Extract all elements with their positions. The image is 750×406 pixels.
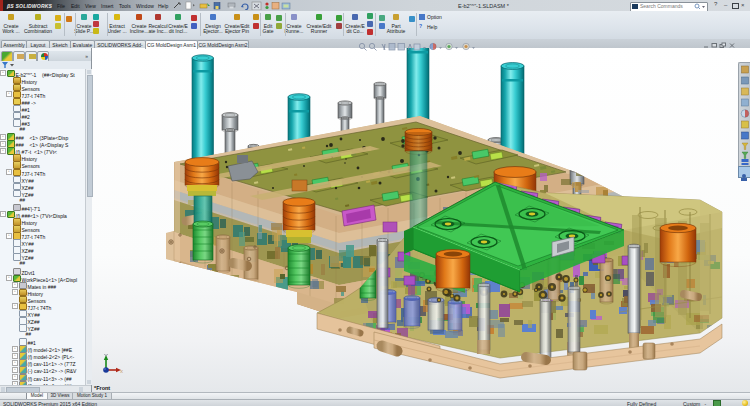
svg-text:x: x bbox=[120, 368, 123, 374]
